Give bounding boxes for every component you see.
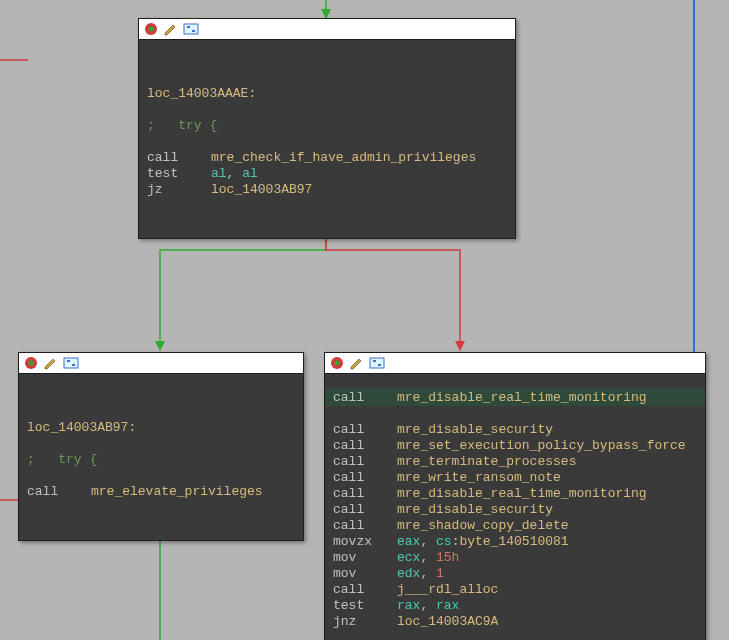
node-payload[interactable]: callmre_disable_real_time_monitoring cal… <box>324 352 706 640</box>
node-titlebar <box>139 19 515 40</box>
svg-point-14 <box>335 361 340 366</box>
node-body: callmre_disable_real_time_monitoring cal… <box>325 374 705 640</box>
asm-line[interactable]: callj___rdl_alloc <box>333 582 697 598</box>
asm-line[interactable]: testrax, rax <box>333 598 697 614</box>
svg-rect-11 <box>67 360 70 362</box>
asm-line[interactable]: callmre_disable_security <box>333 502 697 518</box>
graph-icon[interactable] <box>63 355 79 371</box>
svg-rect-17 <box>378 364 381 366</box>
asm-line[interactable]: callmre_check_if_have_admin_privileges <box>147 150 507 166</box>
asm-line[interactable]: movedx, 1 <box>333 566 697 582</box>
svg-rect-10 <box>64 358 78 368</box>
node-body: loc_14003AB97: ; try { callmre_elevate_p… <box>19 374 303 540</box>
asm-line[interactable]: callmre_elevate_privileges <box>27 484 295 500</box>
graph-icon[interactable] <box>183 21 199 37</box>
asm-line[interactable]: movzxeax, cs:byte_140510081 <box>333 534 697 550</box>
svg-point-9 <box>29 361 34 366</box>
svg-rect-15 <box>370 358 384 368</box>
edit-icon[interactable] <box>43 355 59 371</box>
breakpoint-icon[interactable] <box>329 355 345 371</box>
asm-line[interactable]: callmre_terminate_processes <box>333 454 697 470</box>
svg-rect-5 <box>184 24 198 34</box>
asm-line[interactable]: callmre_set_execution_policy_bypass_forc… <box>333 438 697 454</box>
asm-line[interactable]: callmre_shadow_copy_delete <box>333 518 697 534</box>
node-loc-14003AAAE[interactable]: loc_14003AAAE: ; try { callmre_check_if_… <box>138 18 516 239</box>
graph-icon[interactable] <box>369 355 385 371</box>
asm-line[interactable]: testal, al <box>147 166 507 182</box>
node-loc-14003AB97[interactable]: loc_14003AB97: ; try { callmre_elevate_p… <box>18 352 304 541</box>
edit-icon[interactable] <box>349 355 365 371</box>
edit-icon[interactable] <box>163 21 179 37</box>
asm-line[interactable]: callmre_disable_real_time_monitoring <box>333 486 697 502</box>
asm-line[interactable]: jzloc_14003AB97 <box>147 182 507 198</box>
svg-rect-6 <box>187 26 190 28</box>
asm-line[interactable]: callmre_write_ransom_note <box>333 470 697 486</box>
svg-rect-7 <box>192 30 195 32</box>
svg-rect-16 <box>373 360 376 362</box>
node-titlebar <box>19 353 303 374</box>
asm-line[interactable]: movecx, 15h <box>333 550 697 566</box>
node-titlebar <box>325 353 705 374</box>
node-body: loc_14003AAAE: ; try { callmre_check_if_… <box>139 40 515 238</box>
asm-line[interactable]: callmre_disable_security <box>333 422 697 438</box>
svg-rect-12 <box>72 364 75 366</box>
svg-point-4 <box>149 27 154 32</box>
breakpoint-icon[interactable] <box>23 355 39 371</box>
asm-line[interactable]: jnzloc_14003AC9A <box>333 614 697 630</box>
breakpoint-icon[interactable] <box>143 21 159 37</box>
